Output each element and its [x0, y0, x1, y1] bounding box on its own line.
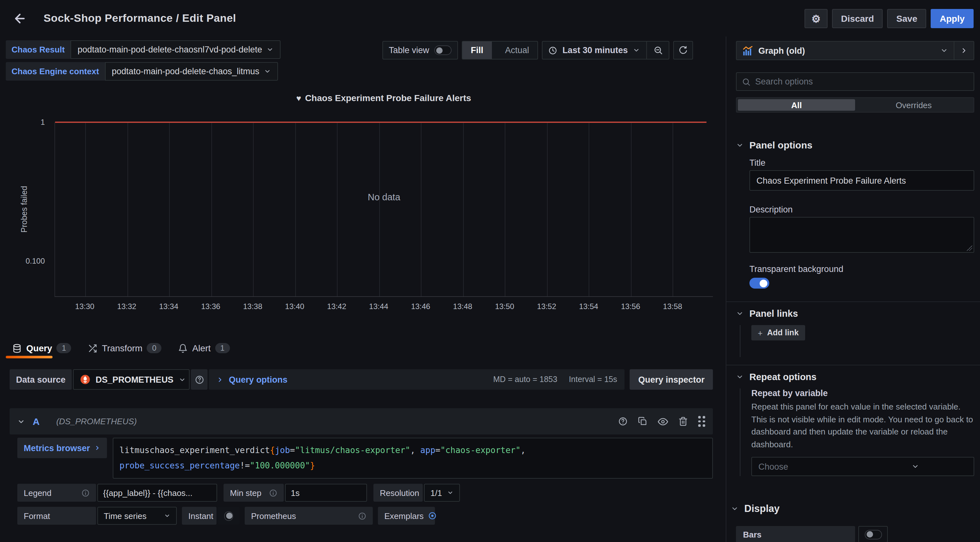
database-icon [12, 343, 22, 353]
nav-actions: ⚙ Discard Save Apply [805, 9, 974, 28]
options-filter-tabs: All Overrides [736, 97, 974, 113]
promql-query-input[interactable]: litmuschaos_experiment_verdict{job="litm… [112, 438, 713, 479]
datasource-row: Data source DS_PROMETHEUS [10, 369, 713, 390]
visualization-picker[interactable]: Graph (old) [736, 41, 974, 60]
chart-gridline [295, 122, 296, 296]
variable-value-text: podtato-main-pod-delete-chaosnl7vd-pod-d… [78, 45, 262, 54]
tab-overrides[interactable]: Overrides [855, 99, 972, 111]
variable-value-dropdown[interactable]: podtato-main-pod-delete-chaos_litmus [105, 62, 278, 81]
chevron-down-icon [447, 490, 453, 496]
format-select[interactable]: Time series [97, 507, 177, 525]
duplicate-icon[interactable] [638, 417, 648, 426]
chevron-down-icon [267, 46, 274, 53]
chevron-down-icon [633, 47, 640, 54]
section-title: Repeat options [749, 372, 816, 382]
chart-plot-area[interactable]: No data [54, 122, 713, 297]
zoom-out-icon[interactable] [653, 46, 663, 55]
tab-alert[interactable]: Alert 1 [178, 343, 230, 353]
title-field-label: Title [749, 158, 974, 168]
instant-label-box: Instant [182, 507, 216, 525]
query-row-datasource: (DS_PROMETHEUS) [56, 417, 611, 426]
eye-icon[interactable] [658, 416, 668, 426]
fill-actual-switch: Fill Actual [462, 41, 538, 60]
repeat-options-section-header[interactable]: Repeat options [736, 372, 974, 382]
drag-handle-icon[interactable] [698, 416, 705, 427]
chart-x-tick-label: 13:44 [369, 302, 388, 311]
grafana-edit-panel: Sock-Shop Performance / Edit Panel ⚙ Dis… [0, 0, 980, 542]
chart-gridline [211, 122, 212, 296]
actual-option[interactable]: Actual [497, 41, 538, 59]
chevron-down-icon [863, 463, 967, 470]
search-options-input[interactable] [755, 77, 969, 86]
min-step-label-box: Min step [224, 484, 284, 502]
top-nav: Sock-Shop Performance / Edit Panel ⚙ Dis… [0, 0, 980, 36]
table-view-toggle[interactable] [434, 46, 452, 55]
display-section-header[interactable]: Display [731, 503, 974, 515]
save-button[interactable]: Save [888, 9, 926, 28]
chart-x-tick-label: 13:36 [201, 302, 220, 311]
tab-all[interactable]: All [738, 99, 855, 111]
panel-title-input[interactable] [749, 170, 974, 191]
query-row-header[interactable]: A (DS_PROMETHEUS) [10, 408, 713, 434]
instant-toggle-box [218, 507, 240, 525]
info-circle-icon [81, 488, 90, 497]
metrics-browser-button[interactable]: Metrics browser [17, 438, 107, 458]
apply-button[interactable]: Apply [931, 9, 974, 28]
help-circle-icon[interactable] [618, 417, 628, 426]
chart-x-tick-label: 13:32 [117, 302, 137, 311]
exemplars-eye-icon[interactable] [428, 511, 437, 520]
fill-option[interactable]: Fill [463, 41, 492, 59]
threshold-line [55, 122, 706, 123]
resize-handle[interactable] [967, 245, 972, 251]
chevron-right-icon [94, 445, 100, 451]
repeat-description: Repeat this panel for each value in the … [751, 401, 974, 450]
panel-settings-button[interactable]: ⚙ [805, 9, 827, 28]
min-step-input[interactable] [285, 484, 367, 502]
instant-toggle[interactable] [224, 511, 233, 521]
bars-toggle[interactable] [864, 529, 882, 539]
legend-format-input[interactable] [97, 484, 217, 502]
y-axis-label: Probes failed [20, 145, 29, 273]
chart-x-axis: 13:3013:3213:3413:3613:3813:4013:4213:44… [54, 302, 713, 312]
datasource-picker[interactable]: DS_PROMETHEUS [73, 369, 190, 390]
chart-x-tick-label: 13:52 [537, 302, 556, 311]
no-data-text: No data [368, 192, 400, 202]
add-link-button[interactable]: + Add link [751, 325, 805, 341]
query-options-summary: MD = auto = 1853 Interval = 15s [493, 375, 617, 384]
panel-options-section-header[interactable]: Panel options [736, 139, 974, 151]
chevron-down-icon[interactable] [17, 418, 25, 425]
resolution-select[interactable]: 1/1 [424, 484, 460, 502]
time-range-picker[interactable]: Last 30 minutes [542, 41, 669, 60]
trash-icon[interactable] [678, 417, 688, 426]
metrics-browser-label: Metrics browser [24, 443, 90, 453]
chart-x-tick-label: 13:50 [495, 302, 514, 311]
collapse-options-button[interactable] [955, 47, 974, 54]
prometheus-type-label: Prometheus [251, 511, 296, 521]
discard-button[interactable]: Discard [832, 9, 883, 28]
tab-query[interactable]: Query 1 [12, 343, 71, 353]
query-options-link[interactable]: Query options [229, 375, 288, 384]
query-inspector-button[interactable]: Query inspector [630, 369, 713, 390]
panel-description-textarea[interactable] [749, 217, 974, 253]
variable-value-dropdown[interactable]: podtato-main-pod-delete-chaosnl7vd-pod-d… [70, 40, 280, 59]
alert-heart-icon: ♥ [296, 94, 301, 103]
repeat-by-variable-label: Repeat by variable [751, 388, 974, 398]
chevron-down-icon [940, 47, 948, 54]
search-options-box [736, 72, 974, 91]
repeat-variable-select[interactable]: Choose [751, 457, 974, 476]
choose-placeholder: Choose [758, 462, 863, 471]
variable-chaos-engine-context: Chaos Engine context podtato-main-pod-de… [6, 62, 278, 81]
active-tab-indicator [6, 356, 52, 358]
datasource-help-button[interactable] [191, 369, 208, 390]
bars-toggle-box [858, 526, 888, 542]
refresh-button[interactable] [673, 41, 693, 60]
transparent-background-label: Transparent background [749, 264, 974, 274]
transparent-background-toggle[interactable] [749, 278, 769, 288]
tab-transform[interactable]: Transform 0 [88, 343, 161, 353]
chart-gridline [421, 122, 422, 296]
panel-links-section-header[interactable]: Panel links [736, 308, 974, 319]
back-arrow-icon[interactable] [13, 11, 27, 25]
chart-x-tick-label: 13:54 [579, 302, 598, 311]
search-icon [742, 77, 751, 86]
chevron-down-icon [179, 376, 186, 383]
